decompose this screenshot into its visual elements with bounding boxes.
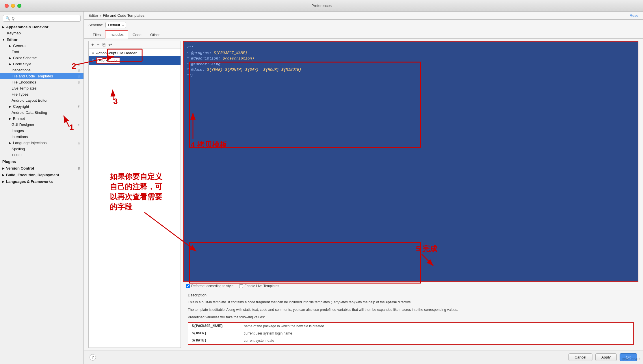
template-file-icon: ⚙ xyxy=(92,51,94,55)
copy-icon: ⎘ xyxy=(78,81,80,84)
sidebar-item-label: Color Scheme xyxy=(13,56,37,60)
chevron-right-icon: ▶ xyxy=(9,57,11,60)
sidebar-item-version-control[interactable]: ▶ Version Control ⎘ xyxy=(0,165,83,171)
code-line-2: * @program: ${PROJECT_NAME} xyxy=(187,50,635,56)
chevron-right-icon: ▶ xyxy=(2,26,4,29)
sidebar-item-label: GUI Designer xyxy=(12,122,34,127)
code-line-4: * @author: King xyxy=(187,62,635,67)
sidebar-item-keymap[interactable]: Keymap xyxy=(0,30,83,36)
live-templates-checkbox[interactable] xyxy=(239,284,243,288)
reformat-checkbox-label[interactable]: Reformat according to style xyxy=(186,284,233,288)
cancel-button[interactable]: Cancel xyxy=(568,353,592,361)
copy-template-button[interactable]: ⎘ xyxy=(102,42,106,47)
sidebar-item-live-templates[interactable]: Live Templates xyxy=(0,85,83,91)
sidebar-item-label: Images xyxy=(12,129,24,133)
action-bar: Editor › File and Code Templates Rese xyxy=(84,12,643,20)
right-panel: Editor › File and Code Templates Rese Sc… xyxy=(84,12,643,364)
title-bar: Preferences xyxy=(0,0,643,12)
minimize-button[interactable] xyxy=(11,4,15,8)
template-item-fileheader[interactable]: ⚙ File Header xyxy=(89,56,181,65)
live-templates-label: Enable Live Templates xyxy=(244,284,279,288)
sidebar-item-file-types[interactable]: File Types xyxy=(0,91,83,97)
tab-other[interactable]: Other xyxy=(146,30,164,39)
scheme-label: Scheme: xyxy=(88,23,103,27)
options-row: Reformat according to style Enable Live … xyxy=(183,282,638,290)
copy-icon: ⎘ xyxy=(78,123,80,127)
sidebar-item-plugins[interactable]: Plugins xyxy=(0,159,83,165)
sidebar-item-label: TODO xyxy=(12,153,22,157)
live-templates-checkbox-label[interactable]: Enable Live Templates xyxy=(239,284,279,288)
tab-includes[interactable]: Includes xyxy=(105,30,128,39)
scheme-select[interactable]: Default xyxy=(105,22,126,28)
template-item-label: File Header xyxy=(96,57,120,64)
description-text-1: This is a built-in template. It contains… xyxy=(188,300,634,305)
description-text-3: Predefined variables will take the follo… xyxy=(188,315,634,320)
search-input[interactable] xyxy=(12,16,78,21)
sidebar-item-spelling[interactable]: Spelling xyxy=(0,146,83,152)
template-item-actionscript[interactable]: ⚙ ActionScript File Header xyxy=(89,50,181,56)
sidebar-item-emmet[interactable]: ▶ Emmet xyxy=(0,116,83,122)
var-desc-user: current user system login name xyxy=(240,330,633,337)
sidebar-item-color-scheme[interactable]: ▶ Color Scheme xyxy=(0,55,83,61)
var-desc-date: current system date xyxy=(240,337,633,344)
sidebar-item-file-encodings[interactable]: File Encodings ⎘ xyxy=(0,79,83,85)
sidebar-item-gui-designer[interactable]: GUI Designer ⎘ xyxy=(0,122,83,128)
sidebar: 🔍 ▶ Appearance & Behavior Keymap ▼ Edito… xyxy=(0,12,84,364)
sidebar-item-todo[interactable]: TODO xyxy=(0,152,83,158)
reformat-label: Reformat according to style xyxy=(191,284,233,288)
sidebar-item-font[interactable]: Font xyxy=(0,49,83,55)
sidebar-item-android-data[interactable]: Android Data Binding xyxy=(0,109,83,116)
reset-button[interactable]: Rese xyxy=(630,13,638,18)
help-button[interactable]: ? xyxy=(90,354,96,361)
reset-template-button[interactable]: ↩ xyxy=(107,42,113,47)
sidebar-item-label: Language Injections xyxy=(13,141,47,145)
code-line-1: /** xyxy=(187,44,635,50)
sidebar-item-label: File Types xyxy=(12,92,29,96)
code-editor[interactable]: /** * @program: ${PROJECT_NAME} * @descr… xyxy=(184,42,638,281)
maximize-button[interactable] xyxy=(17,4,21,8)
sidebar-item-editor[interactable]: ▼ Editor xyxy=(0,37,83,43)
sidebar-item-android-layout[interactable]: Android Layout Editor xyxy=(0,97,83,103)
breadcrumb-editor: Editor xyxy=(88,13,98,18)
add-template-button[interactable]: + xyxy=(90,42,95,47)
sidebar-item-general[interactable]: ▶ General xyxy=(0,43,83,49)
sidebar-item-build-exec[interactable]: ▶ Build, Execution, Deployment xyxy=(0,172,83,178)
chevron-right-icon: ▶ xyxy=(9,105,11,108)
search-box[interactable]: 🔍 xyxy=(3,15,81,22)
close-button[interactable] xyxy=(5,4,9,8)
variables-table: ${PACKAGE_NAME} name of the package in w… xyxy=(188,322,634,345)
code-editor-area: /** * @program: ${PROJECT_NAME} * @descr… xyxy=(183,41,638,282)
sidebar-item-lang-injections[interactable]: ▶ Language Injections ⎘ xyxy=(0,140,83,146)
sidebar-item-intentions[interactable]: Intentions xyxy=(0,134,83,140)
reformat-checkbox[interactable] xyxy=(186,284,190,288)
remove-template-button[interactable]: − xyxy=(96,42,100,47)
sidebar-item-label: Intentions xyxy=(12,135,28,139)
var-name-date: ${DATE} xyxy=(188,337,240,344)
copy-icon: ⎘ xyxy=(78,141,80,145)
tab-files[interactable]: Files xyxy=(88,30,105,39)
sidebar-item-label: Editor xyxy=(7,38,18,42)
sidebar-item-copyright[interactable]: ▶ Copyright ⎘ xyxy=(0,103,83,109)
var-name-package: ${PACKAGE_NAME} xyxy=(188,323,240,330)
scheme-row: Scheme: Default xyxy=(84,20,643,30)
apply-button[interactable]: Apply xyxy=(595,353,617,361)
scheme-select-wrapper: Default xyxy=(105,22,126,28)
sidebar-item-lang-frameworks[interactable]: ▶ Languages & Frameworks xyxy=(0,179,83,185)
tab-code[interactable]: Code xyxy=(128,30,146,39)
tabs-row: Files Includes Code Other xyxy=(84,30,643,39)
sidebar-item-appearance[interactable]: ▶ Appearance & Behavior xyxy=(0,24,83,30)
sidebar-item-label: File and Code Templates xyxy=(12,74,53,78)
watermark: 微信:4146397 xyxy=(622,357,640,361)
sidebar-item-label: Spelling xyxy=(12,147,25,151)
sidebar-item-images[interactable]: Images xyxy=(0,128,83,134)
sidebar-item-file-templates[interactable]: File and Code Templates ⎘ xyxy=(0,73,83,79)
sidebar-item-inspections[interactable]: Inspections ⎘ xyxy=(0,67,83,73)
var-desc-package: name of the package in which the new fil… xyxy=(240,323,633,330)
sidebar-item-label: General xyxy=(13,44,26,48)
sidebar-item-label: Copyright xyxy=(13,104,29,109)
sidebar-item-label: Code Style xyxy=(13,62,31,66)
breadcrumb-current: File and Code Templates xyxy=(103,13,144,18)
sidebar-item-label: Keymap xyxy=(7,31,21,35)
sidebar-item-code-style[interactable]: ▶ Code Style ⎘ xyxy=(0,61,83,67)
copy-icon: ⎘ xyxy=(78,105,80,108)
